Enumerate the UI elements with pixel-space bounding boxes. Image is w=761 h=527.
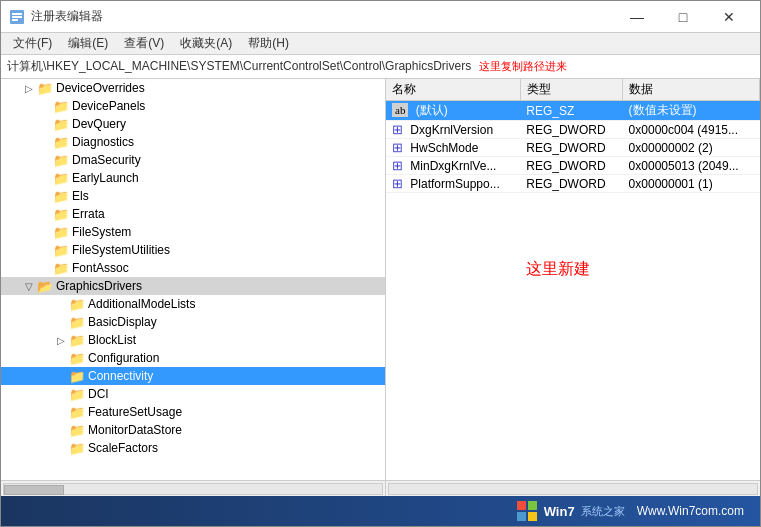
menu-file[interactable]: 文件(F) — [5, 33, 60, 54]
tree-scroll-inner: ▷ 📁 DeviceOverrides 📁 DevicePanels 📁 Dev… — [1, 79, 385, 457]
tree-item-devicepanels[interactable]: 📁 DevicePanels — [1, 97, 385, 115]
tree-item-graphicsdrivers[interactable]: ▽ 📂 GraphicsDrivers — [1, 277, 385, 295]
tree-item-additionalmodelists[interactable]: 📁 AdditionalModeLists — [1, 295, 385, 313]
win-logo-text: Win7 — [544, 504, 575, 519]
folder-icon: 📁 — [53, 189, 69, 204]
tree-label: MonitorDataStore — [88, 423, 182, 437]
bottom-watermark: Win7 系统之家 Www.Win7com.com — [1, 496, 760, 526]
folder-icon: 📁 — [53, 117, 69, 132]
folder-icon: 📁 — [69, 423, 85, 438]
folder-icon-open: 📂 — [37, 279, 53, 294]
reg-type: REG_DWORD — [520, 175, 622, 193]
reg-name: ⊞ PlatformSuppo... — [386, 175, 520, 193]
tree-item-diagnostics[interactable]: 📁 Diagnostics — [1, 133, 385, 151]
table-row[interactable]: ⊞ HwSchMode REG_DWORD 0x00000002 (2) — [386, 139, 760, 157]
tree-item-devquery[interactable]: 📁 DevQuery — [1, 115, 385, 133]
tree-label: BlockList — [88, 333, 136, 347]
registry-table: 名称 类型 数据 ab (默认) REG_SZ (数值未设置) — [386, 79, 760, 193]
bottom-scrollbar — [1, 480, 760, 496]
reg-name-label: HwSchMode — [410, 141, 478, 155]
tree-panel[interactable]: ▷ 📁 DeviceOverrides 📁 DevicePanels 📁 Dev… — [1, 79, 386, 480]
tree-item-earlylaunch[interactable]: 📁 EarlyLaunch — [1, 169, 385, 187]
tree-item-deviceoverrides[interactable]: ▷ 📁 DeviceOverrides — [1, 79, 385, 97]
col-header-type: 类型 — [520, 79, 622, 101]
expander-graphicsdrivers[interactable]: ▽ — [21, 281, 37, 292]
folder-icon: 📁 — [69, 405, 85, 420]
win-logo-suffix: 系统之家 — [581, 504, 625, 519]
tree-label: ScaleFactors — [88, 441, 158, 455]
tree-label: FileSystem — [72, 225, 131, 239]
tree-label: Errata — [72, 207, 105, 221]
reg-name: ⊞ DxgKrnlVersion — [386, 121, 520, 139]
tree-label: FontAssoc — [72, 261, 129, 275]
table-row[interactable]: ⊞ PlatformSuppo... REG_DWORD 0x00000001 … — [386, 175, 760, 193]
reg-name: ab (默认) — [386, 101, 520, 121]
tree-item-configuration[interactable]: 📁 Configuration — [1, 349, 385, 367]
reg-data: 0x00000002 (2) — [623, 139, 760, 157]
folder-icon: 📁 — [53, 243, 69, 258]
address-annotation[interactable]: 这里复制路径进来 — [479, 59, 567, 74]
tree-label: DeviceOverrides — [56, 81, 145, 95]
menu-favorites[interactable]: 收藏夹(A) — [172, 33, 240, 54]
tree-label: DevQuery — [72, 117, 126, 131]
folder-icon: 📁 — [69, 369, 85, 384]
col-header-name: 名称 — [386, 79, 520, 101]
expander-deviceoverrides[interactable]: ▷ — [21, 83, 37, 94]
tree-label: FileSystemUtilities — [72, 243, 170, 257]
tree-item-filesystemutilities[interactable]: 📁 FileSystemUtilities — [1, 241, 385, 259]
tree-item-dmasecurity[interactable]: 📁 DmaSecurity — [1, 151, 385, 169]
tree-label: Connectivity — [88, 369, 153, 383]
tree-item-basicdisplay[interactable]: 📁 BasicDisplay — [1, 313, 385, 331]
expander-blocklist[interactable]: ▷ — [53, 335, 69, 346]
tree-item-dci[interactable]: 📁 DCI — [1, 385, 385, 403]
tree-item-monitordatastore[interactable]: 📁 MonitorDataStore — [1, 421, 385, 439]
svg-rect-5 — [528, 501, 537, 510]
close-button[interactable]: ✕ — [706, 1, 752, 33]
tree-label: Els — [72, 189, 89, 203]
menu-view[interactable]: 查看(V) — [116, 33, 172, 54]
tree-label: DevicePanels — [72, 99, 145, 113]
data-panel[interactable]: 名称 类型 数据 ab (默认) REG_SZ (数值未设置) — [386, 79, 760, 480]
menu-edit[interactable]: 编辑(E) — [60, 33, 116, 54]
tree-item-scalefactors[interactable]: 📁 ScaleFactors — [1, 439, 385, 457]
svg-rect-2 — [12, 16, 22, 18]
folder-icon: 📁 — [53, 153, 69, 168]
tree-item-featuresetusage[interactable]: 📁 FeatureSetUsage — [1, 403, 385, 421]
folder-icon: 📁 — [53, 99, 69, 114]
reg-name-label: MinDxgKrnlVe... — [410, 159, 496, 173]
reg-name-label: PlatformSuppo... — [410, 177, 499, 191]
reg-data: 0x0000c004 (4915... — [623, 121, 760, 139]
menu-help[interactable]: 帮助(H) — [240, 33, 297, 54]
reg-type: REG_SZ — [520, 101, 622, 121]
tree-label: EarlyLaunch — [72, 171, 139, 185]
tree-label: FeatureSetUsage — [88, 405, 182, 419]
reg-name: ⊞ HwSchMode — [386, 139, 520, 157]
maximize-button[interactable]: □ — [660, 1, 706, 33]
reg-name-label: DxgKrnlVersion — [410, 123, 493, 137]
tree-item-connectivity[interactable]: 📁 Connectivity — [1, 367, 385, 385]
table-row[interactable]: ab (默认) REG_SZ (数值未设置) — [386, 101, 760, 121]
title-bar-left: 注册表编辑器 — [9, 8, 103, 25]
table-row[interactable]: ⊞ DxgKrnlVersion REG_DWORD 0x0000c004 (4… — [386, 121, 760, 139]
folder-icon: 📁 — [69, 387, 85, 402]
tree-item-blocklist[interactable]: ▷ 📁 BlockList — [1, 331, 385, 349]
tree-item-errata[interactable]: 📁 Errata — [1, 205, 385, 223]
reg-data: 0x00000001 (1) — [623, 175, 760, 193]
tree-label: DmaSecurity — [72, 153, 141, 167]
folder-icon: 📁 — [53, 207, 69, 222]
reg-data: 0x00005013 (2049... — [623, 157, 760, 175]
reg-type: REG_DWORD — [520, 157, 622, 175]
svg-rect-6 — [517, 512, 526, 521]
app-icon — [9, 9, 25, 25]
tree-item-filesystem[interactable]: 📁 FileSystem — [1, 223, 385, 241]
address-bar: 计算机\HKEY_LOCAL_MACHINE\SYSTEM\CurrentCon… — [1, 55, 760, 79]
svg-rect-4 — [517, 501, 526, 510]
minimize-button[interactable]: — — [614, 1, 660, 33]
folder-icon: 📁 — [53, 171, 69, 186]
tree-item-fontassoc[interactable]: 📁 FontAssoc — [1, 259, 385, 277]
tree-item-els[interactable]: 📁 Els — [1, 187, 385, 205]
table-row[interactable]: ⊞ MinDxgKrnlVe... REG_DWORD 0x00005013 (… — [386, 157, 760, 175]
reg-type: REG_DWORD — [520, 121, 622, 139]
col-header-data: 数据 — [623, 79, 760, 101]
new-here-annotation: 这里新建 — [526, 259, 590, 280]
